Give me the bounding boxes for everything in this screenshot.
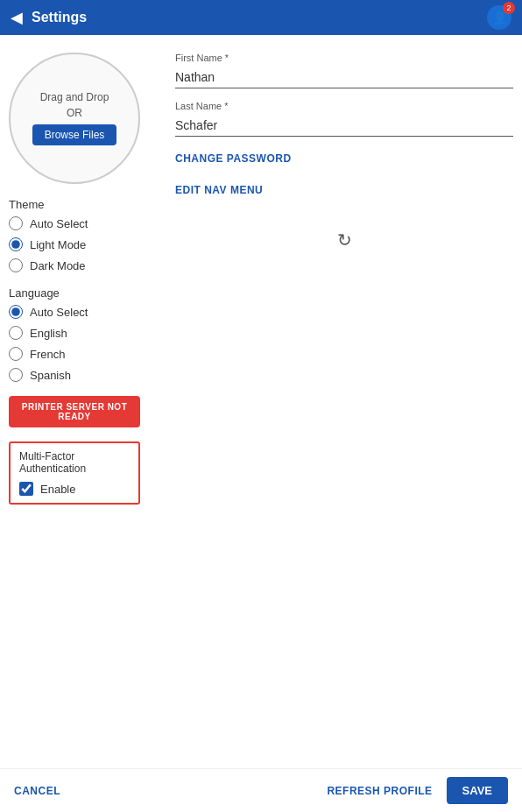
language-section: Language Auto Select English French Span… xyxy=(9,286,158,382)
theme-auto-select[interactable]: Auto Select xyxy=(9,216,158,230)
theme-light-label: Light Mode xyxy=(30,238,86,251)
printer-server-button[interactable]: PRINTER SERVER NOT READY xyxy=(9,396,140,427)
theme-dark-radio[interactable] xyxy=(9,258,23,272)
avatar-upload-area: Drag and Drop OR Browse Files xyxy=(9,53,140,184)
last-name-input[interactable] xyxy=(175,115,513,137)
page-title: Settings xyxy=(32,10,487,25)
mfa-enable-checkbox[interactable] xyxy=(19,482,33,496)
or-label: OR xyxy=(67,107,82,119)
change-password-button[interactable]: CHANGE PASSWORD xyxy=(175,149,513,168)
mfa-enable-text: Enable xyxy=(40,483,75,496)
save-button[interactable]: SAVE xyxy=(447,777,508,804)
refresh-profile-button[interactable]: REFRESH PROFILE xyxy=(327,785,432,797)
theme-label: Theme xyxy=(9,198,158,211)
theme-radio-group: Auto Select Light Mode Dark Mode xyxy=(9,216,158,272)
lang-french-label: French xyxy=(30,348,65,361)
theme-light-radio[interactable] xyxy=(9,237,23,251)
lang-french[interactable]: French xyxy=(9,347,158,361)
refresh-icon[interactable]: ↻ xyxy=(337,229,352,251)
mfa-section: Multi-Factor Authentication Enable xyxy=(9,441,140,505)
bottom-bar: CANCEL REFRESH PROFILE SAVE xyxy=(0,768,522,812)
back-icon[interactable]: ◀ xyxy=(11,8,23,27)
drag-drop-label: Drag and Drop xyxy=(40,91,109,103)
theme-auto-label: Auto Select xyxy=(30,217,88,230)
theme-dark-mode[interactable]: Dark Mode xyxy=(9,258,158,272)
lang-spanish-radio[interactable] xyxy=(9,368,23,382)
bottom-right-buttons: REFRESH PROFILE SAVE xyxy=(327,777,508,804)
lang-auto-label: Auto Select xyxy=(30,306,88,319)
theme-section: Theme Auto Select Light Mode Dark Mode xyxy=(9,198,158,272)
theme-light-mode[interactable]: Light Mode xyxy=(9,237,158,251)
notification-badge: 2 xyxy=(503,2,515,14)
lang-auto-select[interactable]: Auto Select xyxy=(9,305,158,319)
app-header: ◀ Settings 👤 2 xyxy=(0,0,522,35)
cancel-button[interactable]: CANCEL xyxy=(14,785,60,797)
user-badge[interactable]: 👤 2 xyxy=(487,5,511,30)
lang-auto-radio[interactable] xyxy=(9,305,23,319)
lang-english-radio[interactable] xyxy=(9,326,23,340)
lang-english[interactable]: English xyxy=(9,326,158,340)
language-label: Language xyxy=(9,286,158,300)
last-name-field-group: Last Name * xyxy=(175,101,513,137)
lang-english-label: English xyxy=(30,327,67,340)
language-radio-group: Auto Select English French Spanish xyxy=(9,305,158,382)
left-panel: Drag and Drop OR Browse Files Theme Auto… xyxy=(9,53,158,505)
mfa-title: Multi-Factor Authentication xyxy=(19,450,130,475)
first-name-input[interactable] xyxy=(175,67,513,88)
last-name-label: Last Name * xyxy=(175,101,513,111)
browse-files-button[interactable]: Browse Files xyxy=(32,124,117,145)
theme-dark-label: Dark Mode xyxy=(30,259,86,272)
main-content: Drag and Drop OR Browse Files Theme Auto… xyxy=(0,35,522,575)
edit-nav-menu-button[interactable]: EDIT NAV MENU xyxy=(175,180,513,200)
lang-french-radio[interactable] xyxy=(9,347,23,361)
first-name-field-group: First Name * xyxy=(175,53,513,88)
lang-spanish-label: Spanish xyxy=(30,369,71,382)
mfa-enable-label[interactable]: Enable xyxy=(19,482,130,496)
lang-spanish[interactable]: Spanish xyxy=(9,368,158,382)
refresh-icon-area: ↻ xyxy=(175,212,513,268)
right-panel: First Name * Last Name * CHANGE PASSWORD… xyxy=(175,53,513,505)
theme-auto-radio[interactable] xyxy=(9,216,23,230)
first-name-label: First Name * xyxy=(175,53,513,63)
